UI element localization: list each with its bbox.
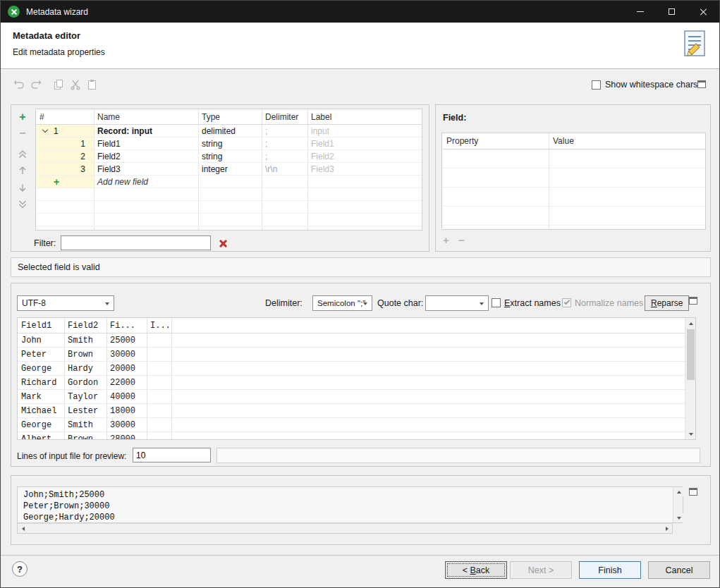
table-row-field2[interactable]: 2 Field2 string ; Field2 xyxy=(36,150,422,163)
preview-row: RichardGordon22000 xyxy=(18,376,695,390)
show-whitespace-checkbox[interactable] xyxy=(592,80,601,90)
page-title: Metadata editor xyxy=(13,30,80,41)
column-header-value: Value xyxy=(549,133,705,149)
cell-name: Field1 xyxy=(94,137,198,149)
normalize-names-checkbox[interactable] xyxy=(562,298,571,307)
clear-filter-button[interactable] xyxy=(219,239,227,247)
add-field-plus-icon[interactable]: + xyxy=(54,176,59,188)
app-logo-icon xyxy=(8,6,20,18)
preview-vertical-scrollbar[interactable] xyxy=(685,318,695,439)
table-row-field1[interactable]: 1 Field1 string ; Field1 xyxy=(36,137,422,150)
expand-all-button[interactable] xyxy=(16,198,30,211)
raw-horizontal-scrollbar[interactable] xyxy=(17,523,673,534)
redo-button[interactable] xyxy=(29,78,43,91)
cut-icon xyxy=(70,79,81,90)
column-header-property: Property xyxy=(442,133,549,149)
triangle-down-icon xyxy=(677,517,681,520)
scroll-up-button[interactable] xyxy=(685,318,696,329)
normalize-names-label: Normalize names xyxy=(575,298,643,308)
maximize-section-icon[interactable] xyxy=(689,297,697,305)
minimize-button[interactable] xyxy=(624,1,656,23)
preview-row: PeterBrown30000 xyxy=(18,348,695,362)
raw-line: John;Smith;25000 xyxy=(23,489,673,501)
title-bar: Metadata wizard xyxy=(1,1,719,23)
minimize-icon xyxy=(637,11,644,12)
triangle-right-icon xyxy=(666,527,669,531)
next-button[interactable]: Next > xyxy=(510,561,572,579)
scroll-up-button[interactable] xyxy=(673,487,684,496)
copy-button[interactable] xyxy=(51,78,66,91)
scrollbar-thumb[interactable] xyxy=(687,329,695,380)
plus-icon: + xyxy=(19,112,25,122)
delimiter-select[interactable]: Semicolon ";" xyxy=(312,295,372,311)
reparse-button[interactable]: Reparse xyxy=(645,295,689,311)
quote-char-select[interactable] xyxy=(425,295,489,311)
preview-column-field4: I... xyxy=(147,318,171,333)
scroll-left-button[interactable] xyxy=(18,524,28,533)
cancel-button[interactable]: Cancel xyxy=(648,561,710,579)
cell-type: string xyxy=(198,137,262,149)
validation-status-text: Selected field is valid xyxy=(18,262,100,272)
remove-property-button[interactable]: − xyxy=(458,234,465,246)
cell-type: delimited xyxy=(198,125,262,137)
back-button[interactable]: < Back xyxy=(445,561,507,579)
scroll-right-button[interactable] xyxy=(661,524,672,533)
close-icon xyxy=(700,8,708,16)
cell-name: Record: input xyxy=(94,125,198,137)
remove-field-button[interactable]: − xyxy=(16,127,30,140)
cell-delimiter: ; xyxy=(262,137,307,149)
encoding-select[interactable]: UTF-8 xyxy=(17,295,114,311)
add-new-field-label: Add new field xyxy=(94,176,198,188)
data-preview-table: Field1 Field2 Fi... I... JohnSmith25000 … xyxy=(17,317,696,440)
move-up-button[interactable] xyxy=(16,164,30,177)
wizard-header: Metadata editor Edit metadata properties xyxy=(1,23,719,69)
raw-preview-text[interactable]: John;Smith;25000 Peter;Brown;30000 Georg… xyxy=(17,486,673,523)
property-table-header: Property Value xyxy=(442,133,705,149)
cell-row-number: 2 xyxy=(36,150,94,162)
table-row-empty xyxy=(36,226,422,231)
paste-button[interactable] xyxy=(85,78,99,91)
collapse-all-button[interactable] xyxy=(16,147,30,160)
column-header-delimiter: Delimiter xyxy=(262,109,307,124)
move-down-button[interactable] xyxy=(16,181,30,194)
expander-icon[interactable] xyxy=(42,127,48,133)
extract-names-checkbox[interactable] xyxy=(492,298,501,307)
maximize-button[interactable] xyxy=(656,1,688,23)
minus-icon: − xyxy=(19,128,25,138)
scroll-down-button[interactable] xyxy=(685,429,696,439)
fields-group: + − # Name Type Delimiter Label xyxy=(11,104,429,252)
property-row-empty xyxy=(442,149,705,169)
add-property-button[interactable]: + xyxy=(443,234,449,246)
scroll-down-button[interactable] xyxy=(673,513,684,522)
table-row-record[interactable]: 1 Record: input delimited ; input xyxy=(36,125,422,137)
filter-input[interactable] xyxy=(61,235,211,250)
preview-lines-input[interactable] xyxy=(133,448,211,463)
column-header-label: Label xyxy=(307,109,422,124)
close-button[interactable] xyxy=(688,1,719,23)
help-button[interactable]: ? xyxy=(12,561,28,577)
cell-row-number: + xyxy=(36,176,94,188)
metadata-wizard-window: Metadata wizard Metadata editor Edit met… xyxy=(0,0,720,588)
table-row-add-new-field[interactable]: + Add new field xyxy=(36,176,422,188)
property-row-empty xyxy=(442,207,705,226)
table-row-field3[interactable]: 3 Field3 integer \r\n Field3 xyxy=(36,163,422,176)
field-panel-title: Field: xyxy=(443,113,466,123)
finish-button[interactable]: Finish xyxy=(579,561,641,579)
cut-button[interactable] xyxy=(68,78,83,91)
footer-separator xyxy=(1,555,719,556)
field-property-group: Field: Property Value + − xyxy=(435,104,711,252)
add-field-button[interactable]: + xyxy=(16,111,30,123)
raw-vertical-scrollbar[interactable] xyxy=(673,486,683,523)
cell-type: integer xyxy=(198,163,262,175)
validation-status-bar: Selected field is valid xyxy=(11,257,711,277)
maximize-section-icon[interactable] xyxy=(697,80,706,88)
triangle-up-icon xyxy=(689,322,693,325)
cell-delimiter: ; xyxy=(262,125,307,137)
column-header-num: # xyxy=(36,109,94,124)
cell-delimiter: ; xyxy=(262,150,307,162)
maximize-section-icon[interactable] xyxy=(689,488,697,496)
cell-delimiter: \r\n xyxy=(262,163,307,175)
double-chevron-down-icon xyxy=(17,199,28,210)
undo-button[interactable] xyxy=(12,78,26,91)
triangle-down-icon xyxy=(689,433,693,436)
